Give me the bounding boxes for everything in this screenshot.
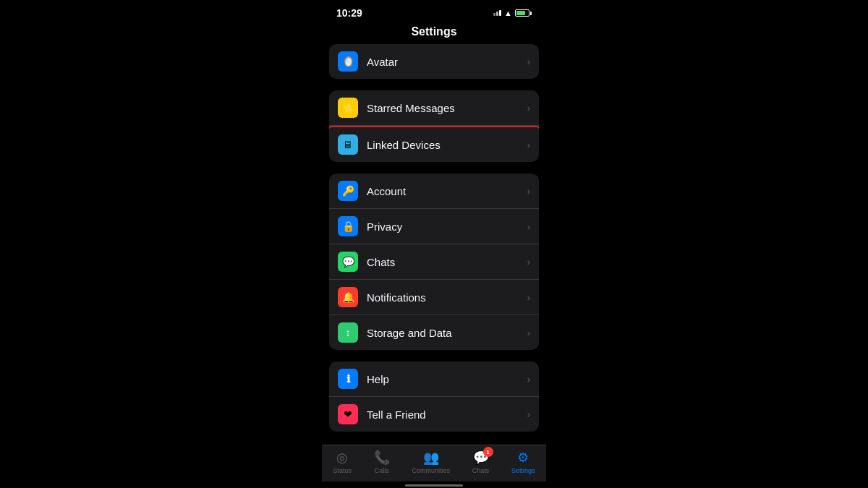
chats-tab-badge: 1 (483, 447, 493, 457)
calls-tab-icon: 📞 (374, 450, 390, 466)
settings-row-help[interactable]: ℹ Help › (329, 361, 539, 397)
communities-tab-icon: 👥 (423, 450, 439, 466)
help-section: ℹ Help › ❤ Tell a Friend › (329, 361, 539, 432)
main-section: 🔑 Account › 🔒 Privacy › 💬 Chats › (329, 174, 539, 350)
starred-linked-section: ⭐ Starred Messages › 🖥 Linked Devices › (329, 90, 539, 162)
battery-icon (515, 9, 532, 17)
starred-messages-chevron-icon: › (527, 103, 530, 114)
settings-row-linked-devices[interactable]: 🖥 Linked Devices › (329, 126, 539, 162)
tab-status[interactable]: ◎ Status (333, 450, 352, 474)
page-title: Settings (322, 22, 546, 44)
settings-row-chats[interactable]: 💬 Chats › (329, 244, 539, 280)
tab-chats[interactable]: 💬 1 Chats (472, 450, 490, 474)
settings-content: 🪞 Avatar › ⭐ Starred Messages › 🖥 Linked… (322, 44, 546, 445)
help-icon: ℹ (338, 369, 358, 389)
settings-row-account[interactable]: 🔑 Account › (329, 174, 539, 209)
settings-tab-icon: ⚙ (517, 450, 529, 466)
battery-fill (516, 11, 525, 15)
phone-container: 10:29 ▲ Settings 🪞 A (322, 0, 546, 488)
settings-row-notifications[interactable]: 🔔 Notifications › (329, 280, 539, 315)
chats-label: Chats (367, 256, 527, 268)
signal-bar-3 (499, 10, 501, 16)
avatar-section: 🪞 Avatar › (329, 44, 539, 79)
privacy-icon: 🔒 (338, 216, 358, 236)
linked-devices-label: Linked Devices (367, 139, 527, 151)
tab-calls[interactable]: 📞 Calls (374, 450, 390, 474)
starred-messages-icon: ⭐ (338, 98, 358, 118)
status-bar: 10:29 ▲ (322, 0, 546, 22)
battery-body (515, 9, 529, 17)
status-icons: ▲ (493, 9, 532, 17)
settings-row-avatar[interactable]: 🪞 Avatar › (329, 44, 539, 79)
account-chevron-icon: › (527, 186, 530, 197)
settings-tab-label: Settings (511, 467, 535, 474)
communities-tab-label: Communities (412, 467, 450, 474)
help-chevron-icon: › (527, 374, 530, 385)
status-time: 10:29 (336, 7, 362, 19)
signal-bar-1 (493, 13, 495, 16)
home-indicator (322, 481, 546, 488)
wifi-icon: ▲ (504, 9, 512, 17)
storage-data-label: Storage and Data (367, 327, 527, 339)
chats-tab-badge-wrap: 💬 1 (473, 450, 489, 466)
chats-chevron-icon: › (527, 257, 530, 267)
starred-messages-label: Starred Messages (367, 102, 527, 114)
status-tab-icon: ◎ (336, 450, 348, 466)
settings-row-tell-friend[interactable]: ❤ Tell a Friend › (329, 397, 539, 432)
avatar-chevron-icon: › (527, 56, 530, 67)
settings-row-storage-data[interactable]: ↕ Storage and Data › (329, 315, 539, 350)
chats-icon: 💬 (338, 252, 358, 272)
tab-bar: ◎ Status 📞 Calls 👥 Communities 💬 1 Chats… (322, 445, 546, 481)
tell-friend-chevron-icon: › (527, 409, 530, 420)
privacy-label: Privacy (367, 221, 527, 233)
settings-row-starred-messages[interactable]: ⭐ Starred Messages › (329, 90, 539, 126)
account-icon: 🔑 (338, 181, 358, 201)
signal-bars-icon (493, 10, 501, 16)
notifications-icon: 🔔 (338, 287, 358, 307)
chats-tab-label: Chats (472, 467, 490, 474)
tab-settings[interactable]: ⚙ Settings (511, 450, 535, 474)
avatar-label: Avatar (367, 56, 527, 68)
signal-bar-2 (496, 12, 498, 16)
tell-friend-label: Tell a Friend (367, 408, 527, 421)
tell-friend-icon: ❤ (338, 404, 358, 424)
battery-tip (530, 12, 532, 15)
tab-communities[interactable]: 👥 Communities (412, 450, 450, 474)
avatar-icon: 🪞 (338, 51, 358, 72)
storage-data-chevron-icon: › (527, 328, 530, 338)
linked-devices-icon: 🖥 (338, 134, 358, 155)
settings-row-privacy[interactable]: 🔒 Privacy › (329, 209, 539, 244)
notifications-chevron-icon: › (527, 292, 530, 303)
storage-data-icon: ↕ (338, 322, 358, 343)
status-tab-label: Status (333, 467, 352, 474)
help-label: Help (367, 373, 527, 385)
account-label: Account (367, 185, 527, 197)
notifications-label: Notifications (367, 291, 527, 304)
calls-tab-label: Calls (375, 467, 389, 474)
home-bar (405, 484, 463, 487)
linked-devices-chevron-icon: › (527, 140, 530, 150)
privacy-chevron-icon: › (527, 221, 530, 232)
